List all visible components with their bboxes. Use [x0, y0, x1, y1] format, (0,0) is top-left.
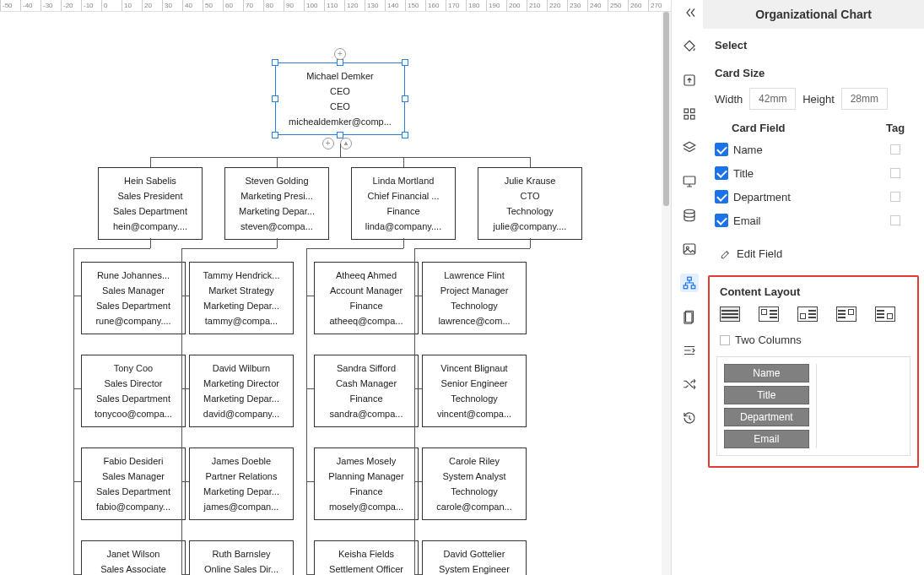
org-node-title: Sales President	[102, 188, 198, 203]
fill-icon[interactable]	[680, 37, 699, 56]
org-node[interactable]: Rune Johannes...Sales ManagerSales Depar…	[81, 262, 186, 334]
selection-handle[interactable]	[402, 95, 408, 102]
svg-rect-11	[691, 285, 695, 289]
two-columns-checkbox[interactable]	[720, 335, 730, 345]
layout-option-2[interactable]	[759, 306, 779, 322]
presentation-icon[interactable]	[680, 172, 699, 191]
height-input[interactable]	[841, 88, 888, 110]
org-node-email: hein@company....	[102, 219, 198, 234]
edit-field-button[interactable]: Edit Field	[703, 241, 924, 272]
org-node[interactable]: Vincent BlignautSenior EngineerTechnolog…	[422, 355, 527, 427]
org-node[interactable]: Janet WilsonSales Associate	[81, 540, 186, 575]
preview-field-pill[interactable]: Name	[724, 364, 809, 382]
org-node[interactable]: James DoeblePartner RelationsMarketing D…	[189, 448, 294, 520]
org-node[interactable]: Atheeq AhmedAccount ManagerFinanceatheeq…	[314, 262, 419, 334]
two-columns-row[interactable]: Two Columns	[716, 334, 910, 356]
collapse-node[interactable]: ▲	[340, 138, 352, 149]
width-input[interactable]	[749, 88, 796, 110]
ruler-tick: 110	[324, 0, 338, 11]
org-node-dept: Technology	[426, 484, 522, 499]
org-node-title: Sales Manager	[85, 469, 181, 484]
org-node-name: Tony Coo	[85, 361, 181, 376]
export-icon[interactable]	[680, 71, 699, 90]
layout-option-1[interactable]	[720, 306, 740, 322]
preview-field-pill[interactable]: Email	[724, 430, 809, 448]
org-chart-icon[interactable]	[680, 274, 699, 292]
selection-handle[interactable]	[272, 95, 278, 102]
org-node-email: fabio@company...	[85, 499, 181, 514]
tag-checkbox[interactable]	[890, 215, 900, 225]
org-node[interactable]: David GottelierSystem Engineer	[422, 540, 527, 575]
add-node-top[interactable]: +	[334, 48, 346, 60]
org-node[interactable]: Michael DemkerCEOCEOmichealdemker@comp..…	[275, 62, 405, 135]
cardfield-checkbox[interactable]	[715, 143, 728, 156]
org-node[interactable]: Linda MortlandChief Financial ...Finance…	[351, 167, 456, 240]
tool-rail	[675, 0, 703, 575]
add-node-bottom[interactable]: +	[322, 138, 334, 149]
canvas-area[interactable]: -50-40-30-20-100102030405060708090100110…	[0, 0, 671, 575]
org-node[interactable]: Keisha FieldsSettlement Officer	[314, 540, 419, 575]
grid-icon[interactable]	[680, 105, 699, 123]
org-node[interactable]: Carole RileySystem AnalystTechnologycaro…	[422, 448, 527, 520]
tag-checkbox[interactable]	[890, 144, 900, 155]
org-node[interactable]: James MoselyPlanning ManagerFinancemosel…	[314, 448, 419, 520]
layout-option-3[interactable]	[797, 306, 818, 322]
cardfield-checkbox[interactable]	[715, 166, 728, 180]
page-icon[interactable]	[680, 307, 699, 326]
svg-point-6	[684, 209, 694, 214]
vertical-scrollbar[interactable]	[662, 12, 671, 575]
org-node[interactable]: Tony CooSales DirectorSales Departmentto…	[81, 355, 186, 427]
layout-option-5[interactable]	[875, 306, 895, 322]
layout-option-4[interactable]	[836, 306, 856, 322]
expand-panel-icon[interactable]	[680, 3, 699, 22]
ruler-tick: 30	[162, 0, 172, 11]
org-node[interactable]: Lawrence FlintProject ManagerTechnologyl…	[422, 262, 527, 334]
org-node-dept: Finance	[318, 391, 414, 406]
org-node-name: Ruth Barnsley	[193, 546, 289, 561]
preview-field-pill[interactable]: Department	[724, 408, 809, 426]
org-node-dept: Sales Department	[85, 484, 181, 499]
database-icon[interactable]	[680, 206, 699, 225]
org-node[interactable]: Sandra SiffordCash ManagerFinancesandra@…	[314, 355, 419, 427]
cardfield-checkbox[interactable]	[715, 214, 728, 227]
history-icon[interactable]	[680, 409, 699, 427]
org-node-dept: Finance	[318, 298, 414, 313]
org-node-name: James Mosely	[318, 453, 414, 469]
selection-handle[interactable]	[272, 59, 278, 66]
org-node[interactable]: David WilburnMarketing DirectorMarketing…	[189, 355, 294, 427]
right-sidebar: Organizational Chart Select Card Size Wi…	[671, 0, 924, 575]
ruler-tick: 80	[263, 0, 273, 11]
ruler-tick: -10	[81, 0, 94, 11]
org-node-title: Market Strategy	[193, 283, 289, 298]
cardfield-checkbox[interactable]	[715, 190, 728, 203]
align-icon[interactable]	[680, 341, 699, 360]
ruler-tick: 230	[567, 0, 581, 11]
org-node[interactable]: Steven GoldingMarketing Presi...Marketin…	[224, 167, 329, 240]
ruler-horizontal: -50-40-30-20-100102030405060708090100110…	[0, 0, 671, 12]
org-node-email: sandra@compa...	[318, 406, 414, 421]
layers-icon[interactable]	[680, 138, 699, 157]
org-node-title: CEO	[279, 84, 401, 99]
org-node[interactable]: Ruth BarnsleyOnline Sales Dir...	[189, 540, 294, 575]
cardfield-label: Email	[733, 214, 878, 227]
tag-checkbox[interactable]	[890, 168, 900, 178]
image-icon[interactable]	[680, 240, 699, 258]
shuffle-icon[interactable]	[680, 375, 699, 393]
org-node[interactable]: Tammy Hendrick...Market StrategyMarketin…	[189, 262, 294, 334]
org-node-dept: Marketing Depar...	[193, 484, 289, 499]
org-node-dept: Sales Department	[102, 203, 198, 219]
selection-handle[interactable]	[402, 132, 408, 138]
org-node-dept: Marketing Depar...	[193, 298, 289, 313]
org-node[interactable]: Julie KrauseCTOTechnologyjulie@company..…	[478, 167, 582, 240]
preview-field-pill[interactable]: Title	[724, 386, 809, 404]
org-node[interactable]: Hein SabelisSales PresidentSales Departm…	[98, 167, 203, 240]
org-node-title: Senior Engineer	[426, 376, 522, 391]
org-chart-canvas[interactable]: Michael DemkerCEOCEOmichealdemker@comp..…	[0, 12, 662, 575]
selection-handle[interactable]	[272, 132, 278, 138]
tag-checkbox[interactable]	[890, 192, 900, 202]
properties-panel: Organizational Chart Select Card Size Wi…	[703, 0, 924, 575]
org-node[interactable]: Fabio DesideriSales ManagerSales Departm…	[81, 448, 186, 520]
ruler-tick: 180	[466, 0, 479, 11]
selection-handle[interactable]	[337, 59, 343, 66]
selection-handle[interactable]	[402, 59, 408, 66]
